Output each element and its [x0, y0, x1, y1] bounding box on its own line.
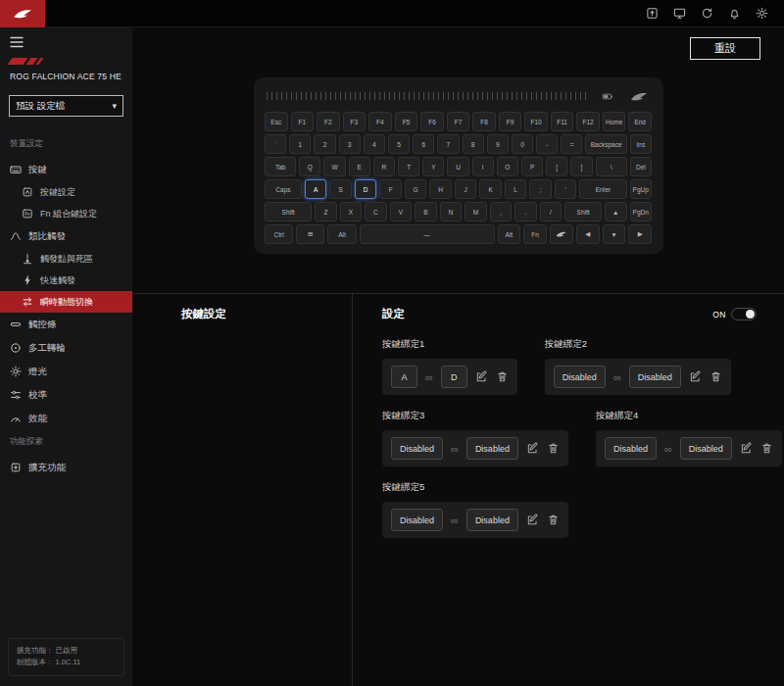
key-r[interactable]: R: [373, 157, 395, 176]
sync-icon[interactable]: [701, 7, 713, 20]
key-f8[interactable]: F8: [472, 112, 496, 131]
reset-button[interactable]: 重設: [690, 37, 760, 60]
key-i[interactable]: I: [472, 157, 494, 176]
key-f10[interactable]: F10: [524, 112, 548, 131]
key-ralt[interactable]: Alt: [498, 224, 521, 244]
key-s[interactable]: S: [329, 179, 352, 199]
window-icon[interactable]: [646, 7, 659, 20]
key-f7[interactable]: F7: [447, 112, 470, 131]
binding-key-secondary[interactable]: D: [441, 366, 467, 388]
edit-icon[interactable]: [526, 514, 539, 526]
key-1[interactable]: 1: [289, 134, 311, 154]
key-o[interactable]: O: [497, 157, 518, 176]
touch-strip[interactable]: [267, 92, 588, 100]
key-rog[interactable]: [550, 224, 573, 244]
edit-icon[interactable]: [740, 442, 753, 455]
key-8[interactable]: 8: [463, 134, 484, 154]
key-e[interactable]: E: [349, 157, 370, 176]
key-arrow-down[interactable]: ▼: [603, 224, 626, 244]
sidebar-item-fn-combo[interactable]: FnFn 組合鍵設定: [0, 203, 132, 224]
bindings-enable-toggle[interactable]: ON: [712, 308, 757, 320]
key-z[interactable]: Z: [315, 202, 337, 221]
binding-key-primary[interactable]: Disabled: [554, 366, 606, 388]
sidebar-item-calibration[interactable]: 校準: [0, 383, 132, 407]
key-7[interactable]: 7: [437, 134, 459, 154]
key-pgup[interactable]: PgUp: [630, 179, 653, 199]
key-lshift[interactable]: Shift: [265, 202, 312, 221]
key-del[interactable]: Del: [630, 157, 652, 176]
key-arrow-up[interactable]: ▲: [605, 202, 627, 221]
key-lalt[interactable]: Alt: [327, 224, 356, 244]
bell-icon[interactable]: [728, 7, 741, 20]
key-j[interactable]: J: [455, 179, 477, 199]
key-f5[interactable]: F5: [395, 112, 418, 131]
trash-icon[interactable]: [547, 442, 560, 455]
key-x[interactable]: X: [340, 202, 363, 221]
key-home[interactable]: Home: [603, 112, 626, 131]
key-v[interactable]: V: [390, 202, 413, 221]
profile-dropdown[interactable]: 預設 設定檔 ▾: [9, 95, 123, 117]
key-w[interactable]: W: [323, 157, 345, 176]
key-esc[interactable]: Esc: [265, 112, 288, 131]
key-ins[interactable]: Ins: [630, 134, 652, 154]
key-u[interactable]: U: [447, 157, 468, 176]
key-9[interactable]: 9: [487, 134, 509, 154]
key-arrow-left[interactable]: ◀: [576, 224, 600, 244]
key-rbracket[interactable]: ]: [570, 157, 592, 176]
key-0[interactable]: 0: [512, 134, 533, 154]
key-a[interactable]: A: [305, 179, 327, 199]
sidebar-item-trigger-deadzone[interactable]: 觸發點與死區: [0, 248, 132, 270]
key-f12[interactable]: F12: [576, 112, 600, 131]
key-win[interactable]: ⊞: [296, 224, 324, 244]
trash-icon[interactable]: [496, 370, 509, 383]
binding-key-primary[interactable]: A: [391, 366, 417, 388]
key-d[interactable]: D: [355, 179, 377, 199]
binding-key-secondary[interactable]: Disabled: [680, 437, 732, 460]
key-caps[interactable]: Caps: [265, 179, 302, 199]
binding-key-secondary[interactable]: Disabled: [466, 437, 518, 460]
trash-icon[interactable]: [547, 514, 560, 526]
edit-icon[interactable]: [689, 370, 702, 383]
sidebar-item-multiwheel[interactable]: 多工轉輪: [0, 336, 132, 360]
sidebar-item-analog-trigger[interactable]: 類比觸發: [0, 224, 132, 248]
key-minus[interactable]: -: [536, 134, 558, 154]
key-semicolon[interactable]: ;: [529, 179, 552, 199]
key-y[interactable]: Y: [422, 157, 444, 176]
key-4[interactable]: 4: [364, 134, 385, 154]
key-tab[interactable]: Tab: [265, 157, 296, 176]
key-m[interactable]: M: [465, 202, 487, 221]
key-f11[interactable]: F11: [551, 112, 574, 131]
key-fn[interactable]: Fn: [523, 224, 547, 244]
key-f[interactable]: F: [379, 179, 402, 199]
key-f6[interactable]: F6: [420, 112, 444, 131]
key-5[interactable]: 5: [388, 134, 410, 154]
key-f9[interactable]: F9: [499, 112, 522, 131]
key-c[interactable]: C: [365, 202, 387, 221]
sidebar-item-performance[interactable]: 效能: [0, 407, 132, 430]
key-rshift[interactable]: Shift: [564, 202, 602, 221]
key-slash[interactable]: /: [540, 202, 563, 221]
key-n[interactable]: N: [440, 202, 463, 221]
key-t[interactable]: T: [398, 157, 419, 176]
key-p[interactable]: P: [521, 157, 543, 176]
key-grave[interactable]: `: [265, 134, 286, 154]
key-period[interactable]: .: [514, 202, 537, 221]
key-b[interactable]: B: [415, 202, 437, 221]
key-equals[interactable]: =: [561, 134, 582, 154]
key-6[interactable]: 6: [413, 134, 434, 154]
key-end[interactable]: End: [628, 112, 652, 131]
gear-icon[interactable]: [756, 7, 768, 20]
key-f2[interactable]: F2: [317, 112, 340, 131]
binding-key-primary[interactable]: Disabled: [391, 437, 443, 460]
binding-key-secondary[interactable]: Disabled: [466, 509, 518, 531]
display-icon[interactable]: [673, 7, 686, 20]
key-pgdn[interactable]: PgDn: [630, 202, 653, 221]
sidebar-item-lighting[interactable]: 燈光: [0, 360, 132, 383]
key-arrow-right[interactable]: ▶: [628, 224, 652, 244]
key-g[interactable]: G: [405, 179, 427, 199]
sidebar-item-rapid-trigger[interactable]: 快速觸發: [0, 270, 132, 291]
key-l[interactable]: L: [505, 179, 527, 199]
trash-icon[interactable]: [710, 370, 722, 383]
menu-icon[interactable]: [10, 36, 24, 48]
sidebar-item-touchbar[interactable]: 觸控條: [0, 313, 132, 336]
